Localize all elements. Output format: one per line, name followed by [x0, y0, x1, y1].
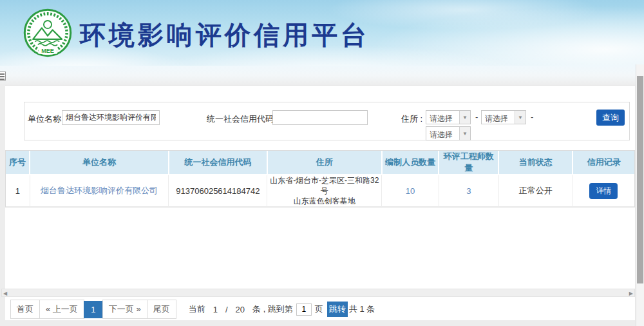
district-select[interactable]: 请选择 ▼ [426, 126, 471, 140]
credit-code-input[interactable] [272, 110, 368, 125]
credit-code-cell: 913706025614184742 [169, 175, 267, 207]
chevron-down-icon[interactable]: ▼ [515, 111, 526, 124]
col-engineer-count: 环评工程师数量 [439, 151, 498, 175]
broken-image-icon [0, 72, 6, 81]
next-page-button[interactable]: 下一页 » [102, 300, 147, 319]
city-select-value: 请选择 [482, 111, 515, 124]
chevron-down-icon[interactable]: ▼ [459, 127, 470, 140]
header-fade-strip [0, 66, 644, 85]
row-index: 1 [6, 175, 30, 207]
col-index: 序号 [6, 151, 30, 175]
pagination-info: 当前 1 / 20 条 , 跳到第 页 跳转 共 1 条 [189, 302, 375, 317]
current-page-button[interactable]: 1 [84, 301, 103, 318]
horizontal-scrollbar[interactable]: ◀ ▶ [1, 289, 635, 297]
col-staff-count: 编制人员数量 [382, 151, 439, 175]
unit-name-link[interactable]: 烟台鲁达环境影响评价有限公司 [41, 186, 158, 195]
table-row: 1 烟台鲁达环境影响评价有限公司 913706025614184742 山东省-… [6, 175, 634, 207]
address-separator: - [475, 112, 478, 122]
col-address: 住所 [267, 151, 382, 175]
province-select[interactable]: 请选择 ▼ [426, 110, 471, 124]
jump-label: 条 , 跳到第 [252, 303, 293, 315]
page-word: 页 [315, 303, 323, 315]
scroll-left-icon[interactable]: ◀ [3, 290, 7, 297]
page-title: 环境影响评价信用平台 [80, 17, 370, 53]
vertical-scrollbar[interactable] [636, 64, 644, 326]
province-select-value: 请选择 [426, 111, 459, 124]
col-status: 当前状态 [498, 151, 573, 175]
current-label: 当前 [189, 303, 205, 315]
results-table: 序号 单位名称 统一社会信用代码 住所 编制人员数量 环评工程师数量 当前状态 … [5, 150, 635, 207]
credit-code-label: 统一社会信用代码 : [207, 113, 278, 125]
scroll-right-icon[interactable]: ▶ [629, 290, 633, 297]
current-page-number: 1 [213, 305, 218, 314]
jump-button[interactable]: 跳转 [327, 302, 348, 317]
app-window: MEE 环境影响评价信用平台 单位名称 : 统一社会信用代码 : 住所 : 请选… [0, 0, 644, 326]
total-count-label: 共 1 条 [349, 303, 375, 315]
first-page-button[interactable]: 首页 [10, 300, 40, 319]
site-header: MEE 环境影响评价信用平台 [0, 0, 644, 66]
last-page-button[interactable]: 尾页 [147, 300, 176, 319]
status-cell: 正常公开 [498, 175, 573, 207]
staff-count-link[interactable]: 10 [406, 186, 415, 196]
city-select[interactable]: 请选择 ▼ [481, 110, 526, 124]
table-header-row: 序号 单位名称 统一社会信用代码 住所 编制人员数量 环评工程师数量 当前状态 … [6, 151, 634, 175]
pagination-bar: 首页 « 上一页 1 下一页 » 尾页 当前 1 / 20 条 , 跳到第 页 … [10, 300, 375, 319]
detail-button[interactable]: 详情 [589, 183, 618, 199]
logo-text: MEE [41, 48, 54, 54]
vertical-scrollbar-thumb[interactable] [637, 76, 643, 283]
address-cell: 山东省-烟台市-芝罘区-三和路32号 山东蓝色创客基地 [267, 175, 382, 207]
prev-page-button[interactable]: « 上一页 [39, 300, 84, 319]
main-panel: 单位名称 : 统一社会信用代码 : 住所 : 请选择 ▼ - 请选择 ▼ - 请… [5, 85, 635, 320]
address-line1: 山东省-烟台市-芝罘区-三和路32号 [267, 175, 381, 196]
chevron-down-icon[interactable]: ▼ [459, 111, 470, 124]
search-form: 单位名称 : 统一社会信用代码 : 住所 : 请选择 ▼ - 请选择 ▼ - 请… [24, 102, 630, 140]
address-label: 住所 : [401, 113, 422, 125]
address-separator: - [531, 112, 533, 122]
unit-name-label: 单位名称 : [28, 113, 66, 125]
mee-logo-icon: MEE [23, 8, 72, 57]
query-button[interactable]: 查询 [596, 110, 625, 126]
unit-name-input[interactable] [62, 110, 160, 125]
total-pages-number: 20 [236, 305, 245, 314]
col-credit-code: 统一社会信用代码 [169, 151, 267, 175]
engineer-count-link[interactable]: 3 [466, 186, 471, 196]
slash-separator: / [225, 305, 228, 314]
jump-page-input[interactable] [296, 303, 312, 316]
col-credit-record: 信用记录 [573, 151, 634, 175]
address-line2: 山东蓝色创客基地 [267, 196, 381, 206]
col-unit-name: 单位名称 [30, 151, 169, 175]
district-select-value: 请选择 [426, 127, 459, 140]
